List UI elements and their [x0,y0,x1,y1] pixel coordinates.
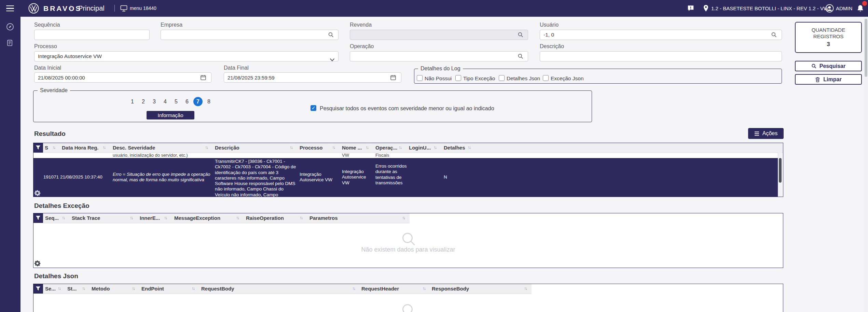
sort-icon[interactable] [332,143,335,153]
detalhes-json-title: Detalhes Json [34,272,78,280]
sidebar-clipboard-icon[interactable] [6,39,13,48]
sort-icon[interactable] [423,284,425,294]
sort-icon[interactable] [62,213,65,223]
sort-icon[interactable] [236,213,239,223]
col-header-login[interactable]: LoginU... [409,143,431,153]
sort-icon[interactable] [352,284,355,294]
prev-row-nome[interactable]: VW [342,153,373,158]
col-header-se[interactable]: Se... [45,284,56,294]
col-header-s[interactable]: S [45,143,48,153]
prev-row-desc-severidade[interactable]: usuário, inicialização do servidor, etc.… [113,153,215,158]
col-header-endpoint[interactable]: EndPoint [141,284,164,294]
sidebar-compass-icon[interactable] [6,23,14,32]
nao-possui-checkbox[interactable] [417,75,423,81]
severity-level-5[interactable]: 5 [171,97,181,106]
sort-icon[interactable] [192,284,194,294]
col-header-desc-severidade[interactable]: Desc. Severidade [113,143,155,153]
chat-alert-icon[interactable] [687,5,694,13]
window-scrollbar-thumb[interactable] [865,19,867,77]
severity-level-4[interactable]: 4 [161,97,170,106]
col-header-response-body[interactable]: ResponseBody [432,284,469,294]
resultado-filter-funnel-icon[interactable] [33,143,43,153]
sort-icon[interactable] [130,213,133,223]
sort-icon[interactable] [290,143,292,153]
location-pin-icon[interactable] [703,4,709,13]
resultado-table-scrollbar[interactable] [778,153,782,197]
bell-icon[interactable] [857,4,864,14]
col-header-operacao[interactable]: Operaç... [375,143,397,153]
sequencia-input[interactable] [34,30,150,40]
sort-icon[interactable] [82,284,85,294]
processo-label: Processo [34,43,57,49]
sort-icon[interactable] [52,143,55,153]
descricao-input[interactable] [540,51,782,61]
json-filter-funnel-icon[interactable] [33,284,43,294]
sort-icon[interactable] [366,143,368,153]
col-header-seq[interactable]: Seq... [45,213,59,223]
user-avatar-icon[interactable] [825,4,834,14]
result-row-selected[interactable]: 191071 21/08/2025 10:37:40 Erro = Situaç… [33,158,778,197]
sort-icon[interactable] [205,143,208,153]
cell-sequencia: 191071 [43,174,60,180]
operacao-input[interactable] [350,51,528,61]
sort-icon[interactable] [524,284,527,294]
col-header-descricao[interactable]: Descrição [215,143,239,153]
severity-scope-checkbox[interactable] [311,105,316,111]
empresa-search-icon[interactable] [328,32,334,38]
sort-icon[interactable] [102,143,105,153]
col-header-inner[interactable]: InnerE... [140,213,160,223]
detalhes-json-checkbox[interactable] [499,75,505,81]
sort-icon[interactable] [468,143,470,153]
menu-hamburger-icon[interactable] [6,5,14,11]
col-header-processo[interactable]: Processo [300,143,323,153]
prev-row-operacao[interactable]: Fiscais [375,153,406,158]
empresa-input[interactable] [161,30,339,40]
col-header-nome[interactable]: Nome ... [342,143,362,153]
limpar-label: Limpar [823,76,841,83]
sort-icon[interactable] [300,213,302,223]
severity-level-7[interactable]: 7 [193,97,203,106]
sort-icon[interactable] [164,213,167,223]
col-header-metodo[interactable]: Metodo [92,284,110,294]
severity-level-2[interactable]: 2 [139,97,148,106]
data-inicial-calendar-icon[interactable] [200,74,206,81]
sort-icon[interactable] [399,143,401,153]
col-header-parametros[interactable]: Parametros [309,213,338,223]
excecao-json-checkbox[interactable] [543,75,549,81]
col-header-stack-trace[interactable]: Stack Trace [72,213,100,223]
col-header-request-body[interactable]: RequestBody [201,284,234,294]
usuario-input[interactable] [540,30,782,40]
revenda-search-icon[interactable] [518,32,523,38]
tipo-excecao-checkbox[interactable] [455,75,461,81]
col-header-message-exception[interactable]: MessageException [174,213,220,223]
col-header-data-hora[interactable]: Data Hora Reg. [62,143,99,153]
operacao-search-icon[interactable] [518,53,523,59]
severity-level-1[interactable]: 1 [128,97,137,106]
sort-icon[interactable] [132,284,135,294]
data-inicial-input[interactable] [34,72,211,83]
acoes-button[interactable]: Ações [748,128,784,139]
limpar-button[interactable]: Limpar [795,74,862,85]
sort-icon[interactable] [402,213,405,223]
empty-search-icon [401,302,416,312]
window-scrollbar[interactable] [864,17,868,312]
col-header-detalhes[interactable]: Detalhes [444,143,465,153]
resultado-gear-icon[interactable] [34,190,41,198]
sort-icon[interactable] [433,143,436,153]
col-header-request-header[interactable]: RequestHeader [361,284,399,294]
processo-select[interactable]: Integração Autoservice VW [34,51,339,61]
usuario-search-icon[interactable] [771,32,777,38]
data-final-input[interactable] [224,72,401,83]
resultado-scrollbar-thumb[interactable] [779,158,782,183]
severity-level-3[interactable]: 3 [150,97,159,106]
severity-level-8[interactable]: 8 [204,97,213,106]
data-final-calendar-icon[interactable] [390,74,396,81]
severity-level-6[interactable]: 6 [182,97,192,106]
col-header-st[interactable]: St... [67,284,77,294]
sort-icon[interactable] [58,284,60,294]
revenda-input[interactable] [350,30,528,40]
excecao-filter-funnel-icon[interactable] [33,213,43,223]
excecao-gear-icon[interactable] [34,260,41,268]
col-header-raise-operation[interactable]: RaiseOperation [246,213,284,223]
pesquisar-button[interactable]: Pesquisar [795,61,862,71]
